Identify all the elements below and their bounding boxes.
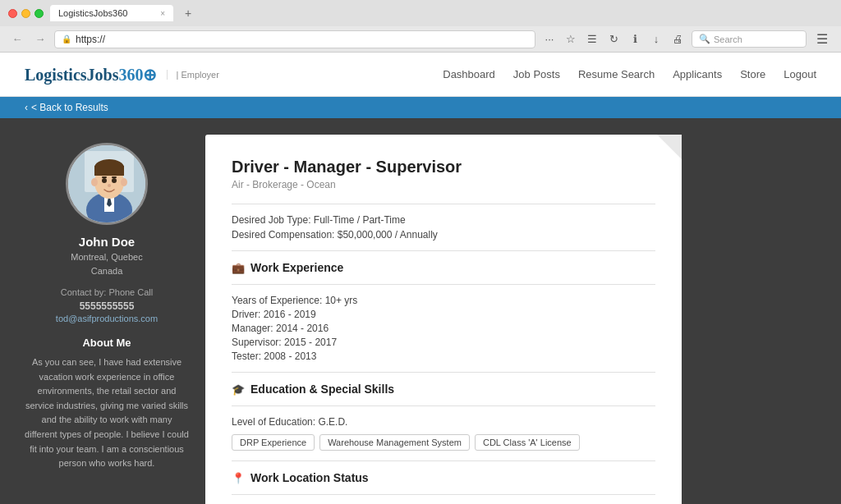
education-icon: 🎓 (232, 383, 245, 396)
work-experience-header: 💼 Work Experience (232, 261, 655, 274)
browser-tab[interactable]: LogisticsJobs360 × (50, 5, 173, 21)
logo-text: LogisticsJobs360⊕ (25, 65, 157, 85)
more-options-icon[interactable]: ··· (540, 30, 558, 48)
address-bar[interactable]: 🔒 https:// (54, 30, 535, 48)
avatar-svg (68, 143, 145, 225)
refresh-icon[interactable]: ↻ (604, 30, 623, 48)
employer-badge: | Employer (167, 70, 218, 80)
divider-4 (232, 372, 655, 373)
info-icon[interactable]: ℹ (626, 30, 644, 48)
logo-area: LogisticsJobs360⊕ | Employer (25, 65, 219, 85)
svg-rect-14 (102, 176, 107, 178)
avatar-image (68, 143, 145, 225)
traffic-lights (8, 9, 44, 18)
browser-search-bar[interactable]: 🔍 Search (692, 30, 807, 48)
work-experience-icon: 💼 (232, 262, 245, 274)
minimize-traffic-light[interactable] (21, 9, 30, 18)
divider-6 (232, 460, 655, 461)
svg-rect-15 (112, 176, 117, 178)
url-text: https:// (76, 34, 105, 45)
profile-city: Montreal, Quebec (71, 252, 142, 262)
bookmark-icon[interactable]: ☆ (562, 30, 580, 48)
experience-item-1: Manager: 2014 - 2016 (232, 323, 655, 334)
experience-item-3: Tester: 2008 - 2013 (232, 351, 655, 362)
divider-7 (232, 494, 655, 495)
experience-item-0: Driver: 2016 - 2019 (232, 309, 655, 320)
work-location-icon: 📍 (232, 472, 245, 484)
tab-title: LogisticsJobs360 (58, 8, 127, 18)
resume-compensation: Desired Compensation: $50,000,000 / Annu… (232, 229, 655, 241)
logo-accent: 360⊕ (118, 66, 157, 84)
education-title: Education & Special Skills (250, 383, 394, 396)
svg-point-11 (121, 178, 127, 186)
nav-resume-search[interactable]: Resume Search (578, 68, 655, 80)
back-to-results-link[interactable]: ‹ < Back to Results (25, 102, 108, 113)
work-location-header: 📍 Work Location Status (232, 471, 655, 484)
svg-point-10 (91, 178, 98, 186)
app-nav: Dashboard Job Posts Resume Search Applic… (443, 68, 816, 80)
svg-point-13 (112, 178, 117, 183)
toolbar-icons: ··· ☆ ☰ ↻ ℹ ↓ 🖨 (540, 30, 687, 48)
back-label: < Back to Results (31, 102, 108, 113)
profile-location: Montreal, Quebec Canada (71, 250, 142, 277)
forward-button[interactable]: → (31, 30, 49, 48)
about-me-title: About Me (82, 337, 131, 349)
resume-job-title: Driver - Manager - Supervisor (232, 158, 655, 176)
education-header: 🎓 Education & Special Skills (232, 383, 655, 396)
maximize-traffic-light[interactable] (34, 9, 44, 18)
back-arrow-icon: ‹ (25, 102, 28, 113)
skill-badge-2: CDL Class 'A' License (475, 434, 580, 451)
profile-phone: 5555555555 (80, 300, 135, 312)
resume-card: Driver - Manager - Supervisor Air - Brok… (205, 135, 682, 504)
resume-corner-fold (657, 135, 682, 159)
divider-3 (232, 284, 655, 285)
profile-email: tod@asifproductions.com (56, 314, 158, 323)
back-button[interactable]: ← (8, 30, 26, 48)
new-tab-button[interactable]: + (180, 5, 196, 21)
nav-job-posts[interactable]: Job Posts (513, 68, 560, 80)
browser-chrome: LogisticsJobs360 × + ← → 🔒 https:// ··· … (0, 0, 841, 53)
print-icon[interactable]: 🖨 (669, 30, 687, 48)
experience-years: Years of Experience: 10+ yrs (232, 295, 655, 306)
lock-icon: 🔒 (62, 34, 71, 44)
resume-job-subtitle: Air - Brokerage - Ocean (232, 179, 655, 190)
search-icon: 🔍 (699, 34, 710, 44)
main-content: John Doe Montreal, Quebec Canada Contact… (0, 118, 841, 504)
skill-badge-1: Warehouse Management System (319, 434, 470, 451)
nav-applicants[interactable]: Applicants (673, 68, 722, 80)
divider-5 (232, 405, 655, 406)
profile-name: John Doe (79, 235, 135, 249)
search-placeholder: Search (714, 34, 742, 44)
blue-bar: ‹ < Back to Results (0, 97, 841, 118)
svg-rect-9 (94, 166, 124, 176)
browser-menu-button[interactable]: ☰ (811, 30, 833, 48)
divider-2 (232, 250, 655, 251)
close-traffic-light[interactable] (8, 9, 17, 18)
work-location-title: Work Location Status (250, 471, 369, 484)
svg-point-12 (102, 178, 107, 183)
reader-icon[interactable]: ☰ (583, 30, 601, 48)
skill-badge-0: DRP Experience (232, 434, 315, 451)
download-icon[interactable]: ↓ (647, 30, 665, 48)
profile-contact-label: Contact by: Phone Call (61, 287, 154, 297)
profile-sidebar: John Doe Montreal, Quebec Canada Contact… (25, 135, 189, 504)
resume-job-type: Desired Job Type: Full-Time / Part-Time (232, 214, 655, 226)
nav-logout[interactable]: Logout (784, 68, 816, 80)
experience-item-2: Supervisor: 2015 - 2017 (232, 337, 655, 348)
education-level: Level of Education: G.E.D. (232, 416, 655, 428)
nav-dashboard[interactable]: Dashboard (443, 68, 495, 80)
divider-1 (232, 204, 655, 204)
app-header: LogisticsJobs360⊕ | Employer Dashboard J… (0, 53, 841, 97)
profile-country: Canada (91, 266, 123, 276)
skills-row: DRP Experience Warehouse Management Syst… (232, 434, 655, 451)
browser-addressbar: ← → 🔒 https:// ··· ☆ ☰ ↻ ℹ ↓ 🖨 🔍 Search … (0, 26, 841, 52)
nav-store[interactable]: Store (740, 68, 765, 80)
svg-point-16 (108, 184, 111, 187)
work-experience-title: Work Experience (250, 261, 343, 274)
avatar (66, 143, 148, 225)
browser-titlebar: LogisticsJobs360 × + (0, 0, 841, 26)
close-tab-button[interactable]: × (160, 9, 165, 18)
about-me-text: As you can see, I have had extensive vac… (25, 355, 189, 471)
